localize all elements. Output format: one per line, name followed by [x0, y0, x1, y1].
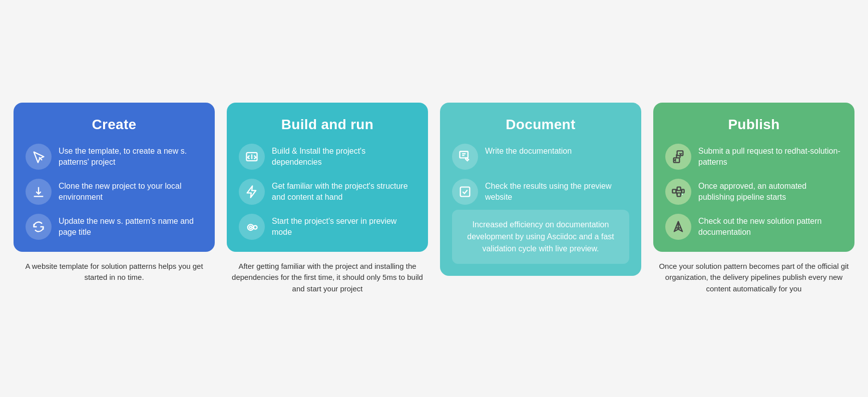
code-icon: [239, 144, 265, 170]
create-item-2-text: Clone the new project to your local envi…: [59, 179, 203, 203]
publish-item-2-text: Once approved, an automated publishing p…: [698, 179, 842, 203]
card-publish-title: Publish: [665, 117, 842, 133]
build-item-2: Get familiar with the project's structur…: [239, 179, 416, 205]
card-document-items: Write the documentation Check the result…: [452, 144, 629, 205]
card-create-items: Use the template, to create a new s. pat…: [26, 144, 203, 240]
pr-icon: [665, 144, 691, 170]
server-icon: [239, 214, 265, 240]
document-item-2-text: Check the results using the preview webs…: [485, 179, 629, 203]
bolt-icon: [239, 179, 265, 205]
refresh-icon: [26, 214, 52, 240]
card-publish-items: Submit a pull request to redhat-solution…: [665, 144, 842, 240]
card-create: Create Use the template, to create a new…: [14, 103, 215, 252]
document-item-2: Check the results using the preview webs…: [452, 179, 629, 205]
build-item-2-text: Get familiar with the project's structur…: [272, 179, 416, 203]
main-diagram: Create Use the template, to create a new…: [14, 103, 854, 295]
create-item-1: Use the template, to create a new s. pat…: [26, 144, 203, 170]
svg-rect-8: [460, 151, 468, 158]
build-item-3: Start the project's server in preview mo…: [239, 214, 416, 240]
publish-item-1-text: Submit a pull request to redhat-solution…: [698, 144, 842, 168]
card-document: Document Write the documentation: [440, 103, 641, 276]
card-build-items: Build & Install the project's dependenci…: [239, 144, 416, 240]
create-item-3-text: Update the new s. pattern's name and pag…: [59, 214, 203, 238]
card-document-title: Document: [452, 117, 629, 133]
create-item-2: Clone the new project to your local envi…: [26, 179, 203, 205]
pipeline-icon: [665, 179, 691, 205]
create-item-1-text: Use the template, to create a new s. pat…: [59, 144, 203, 168]
svg-rect-16: [677, 193, 681, 196]
publish-item-3: Check out the new solution pattern docum…: [665, 214, 842, 240]
column-publish: Publish Submit a pull request to red: [653, 103, 854, 295]
create-item-3: Update the new s. pattern's name and pag…: [26, 214, 203, 240]
build-footer: After getting familiar with the project …: [227, 261, 428, 295]
publish-item-3-text: Check out the new solution pattern docum…: [698, 214, 842, 238]
column-create: Create Use the template, to create a new…: [14, 103, 215, 283]
svg-point-6: [254, 225, 257, 229]
build-item-3-text: Start the project's server in preview mo…: [272, 214, 416, 238]
build-item-1-text: Build & Install the project's dependenci…: [272, 144, 416, 168]
card-publish: Publish Submit a pull request to red: [653, 103, 854, 252]
document-item-1-text: Write the documentation: [485, 144, 572, 157]
column-build: Build and run Build & Install the projec…: [227, 103, 428, 295]
publish-item-1: Submit a pull request to redhat-solution…: [665, 144, 842, 170]
card-build-title: Build and run: [239, 117, 416, 133]
svg-point-5: [249, 226, 252, 229]
check-icon: [452, 179, 478, 205]
svg-line-19: [676, 191, 677, 195]
publish-footer: Once your solution pattern becomes part …: [653, 261, 854, 295]
card-create-title: Create: [26, 117, 203, 133]
svg-rect-17: [682, 189, 684, 193]
download-icon: [26, 179, 52, 205]
svg-rect-14: [672, 189, 676, 193]
create-footer: A website template for solution patterns…: [14, 261, 215, 283]
column-document: Document Write the documentation: [440, 103, 641, 276]
compass-icon: [665, 214, 691, 240]
document-bottom-note: Increased efficiency on documentation de…: [452, 210, 629, 264]
edit-icon: [452, 144, 478, 170]
svg-rect-9: [461, 187, 470, 196]
document-item-1: Write the documentation: [452, 144, 629, 170]
publish-item-2: Once approved, an automated publishing p…: [665, 179, 842, 205]
card-build: Build and run Build & Install the projec…: [227, 103, 428, 252]
cursor-icon: [26, 144, 52, 170]
svg-rect-15: [677, 187, 681, 190]
build-item-1: Build & Install the project's dependenci…: [239, 144, 416, 170]
